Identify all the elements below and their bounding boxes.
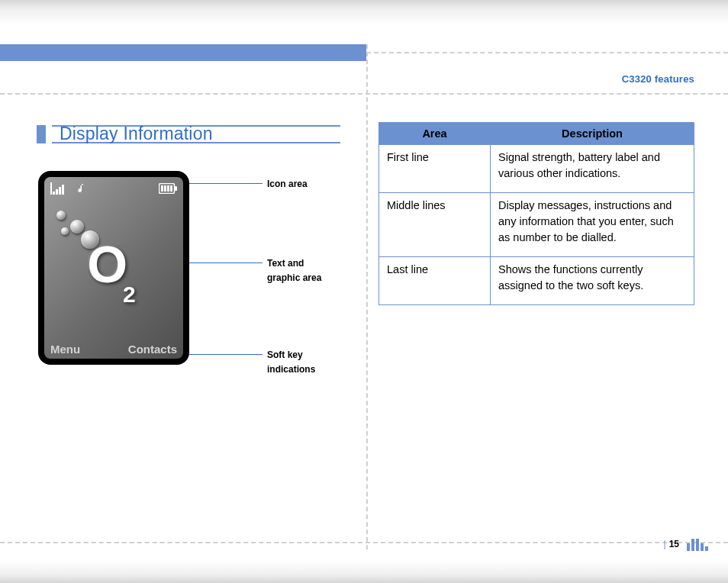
callout-softkey-l1: Soft key — [267, 349, 303, 360]
callout-text-area: Text and graphic area — [267, 256, 351, 285]
callout-line — [189, 183, 263, 184]
top-dash-right — [366, 52, 728, 53]
cell-desc: Shows the functions currently assigned t… — [491, 257, 694, 305]
o2-logo-letter: O — [87, 238, 127, 290]
battery-icon — [159, 183, 177, 194]
table-row: Middle lines Display messages, instructi… — [379, 193, 694, 257]
vertical-divider — [366, 44, 368, 549]
svg-rect-3 — [59, 187, 61, 195]
water-drop-icon — [70, 220, 84, 234]
svg-rect-4 — [62, 185, 64, 195]
section-title-marker — [37, 125, 46, 143]
phone-status-row — [44, 180, 183, 197]
cell-area: Last line — [379, 257, 491, 305]
cell-desc: Display messages, instructions and any i… — [491, 193, 694, 257]
section-title-text: Display Information — [60, 124, 213, 144]
phone-display-illustration: O2 Menu Contacts — [38, 171, 189, 365]
phone-screen: O2 Menu Contacts — [44, 177, 183, 359]
thumb-index-icon — [687, 539, 708, 551]
svg-rect-2 — [56, 189, 58, 195]
callout-text-area-l2: graphic area — [267, 272, 321, 283]
softkey-row: Menu Contacts — [44, 334, 183, 359]
svg-rect-7 — [161, 185, 163, 192]
o2-logo: O2 — [87, 238, 140, 290]
page-number: |15 — [664, 539, 679, 549]
th-desc: Description — [491, 123, 694, 145]
svg-rect-10 — [170, 185, 172, 192]
cell-desc: Signal strength, battery label and vario… — [491, 145, 694, 193]
svg-rect-9 — [167, 185, 169, 192]
top-gradient — [0, 0, 728, 24]
water-drop-icon — [56, 211, 66, 220]
th-area: Area — [379, 123, 491, 145]
callout-text-area-l1: Text and — [267, 258, 304, 269]
svg-rect-6 — [175, 186, 177, 191]
header-dash — [0, 93, 728, 95]
callout-line — [189, 263, 263, 263]
svg-rect-0 — [50, 182, 52, 195]
top-blue-bar — [0, 44, 366, 61]
callout-line — [189, 354, 263, 355]
svg-rect-1 — [53, 192, 55, 195]
right-softkey-label: Contacts — [128, 343, 177, 356]
signal-icon — [50, 182, 67, 195]
table-header-row: Area Description — [379, 123, 694, 145]
cell-area: Middle lines — [379, 193, 491, 257]
footer-dash — [0, 542, 728, 543]
page-number-value: 15 — [669, 539, 679, 549]
cell-area: First line — [379, 145, 491, 193]
svg-rect-8 — [164, 185, 166, 192]
bottom-gradient — [0, 560, 728, 583]
display-areas-table: Area Description First line Signal stren… — [378, 122, 694, 305]
callout-softkey: Soft key indications — [267, 348, 351, 377]
table-row: First line Signal strength, battery labe… — [379, 145, 694, 193]
callout-icon-area: Icon area — [267, 177, 351, 192]
left-softkey-label: Menu — [50, 343, 80, 356]
music-note-icon — [75, 182, 85, 195]
table-row: Last line Shows the functions currently … — [379, 257, 694, 305]
section-title: Display Information — [37, 122, 340, 148]
o2-logo-sub: 2 — [123, 282, 136, 307]
header-section-label: C3320 features — [622, 73, 694, 85]
callout-softkey-l2: indications — [267, 364, 315, 375]
water-drop-icon — [61, 227, 69, 235]
